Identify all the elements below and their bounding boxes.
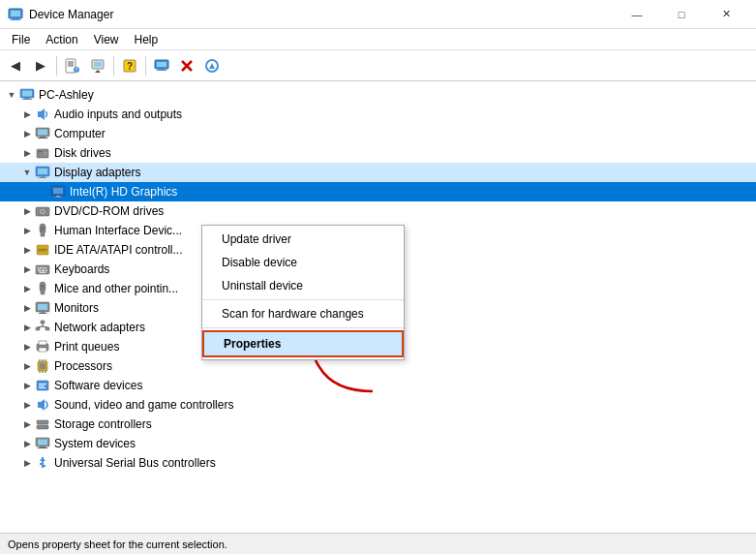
properties-toolbar-button[interactable]: ?	[61, 54, 84, 77]
tree-item-audio[interactable]: ▶ Audio inputs and outputs	[0, 105, 756, 124]
ctx-separator-1	[202, 299, 404, 300]
tree-item-system[interactable]: ▶ System devices	[0, 434, 756, 453]
menu-file[interactable]: File	[4, 31, 38, 48]
svg-rect-105	[43, 465, 45, 467]
minimize-button[interactable]: —	[615, 5, 659, 24]
usb-label: Universal Serial Bus controllers	[54, 456, 216, 470]
tree-item-usb[interactable]: ▶ Universal Serial Bus controllers	[0, 453, 756, 473]
computer-icon	[19, 87, 35, 103]
scan-toolbar-button[interactable]	[200, 54, 224, 77]
svg-rect-1	[11, 11, 20, 16]
mice-icon	[35, 281, 50, 296]
status-bar: Opens property sheet for the current sel…	[0, 533, 756, 554]
tree-panel[interactable]: ▼ PC-Ashley ▶ Audio inputs an	[0, 81, 756, 533]
window-controls: — □ ✕	[615, 5, 748, 24]
title-bar: Device Manager — □ ✕	[0, 0, 756, 29]
print-icon	[35, 339, 50, 354]
software-icon	[35, 378, 50, 393]
menu-help[interactable]: Help	[127, 31, 166, 48]
svg-rect-3	[11, 19, 20, 20]
close-button[interactable]: ✕	[704, 5, 748, 24]
svg-rect-26	[22, 99, 32, 100]
svg-marker-22	[209, 63, 215, 69]
monitors-expand-icon: ▶	[19, 300, 35, 316]
network-icon	[35, 320, 50, 335]
audio-expand-icon: ▶	[19, 107, 35, 122]
software-expand-icon: ▶	[19, 378, 35, 393]
svg-rect-100	[40, 446, 45, 447]
monitors-label: Monitors	[54, 301, 99, 315]
hid-icon	[35, 223, 50, 238]
svg-rect-63	[40, 272, 46, 274]
svg-rect-80	[39, 348, 46, 352]
sound-video-icon	[35, 397, 50, 413]
tree-item-computer[interactable]: ▶ Computer	[0, 124, 756, 143]
menu-action[interactable]: Action	[38, 31, 85, 48]
print-expand-icon: ▶	[19, 339, 35, 354]
devmgmt-toolbar-button[interactable]	[150, 54, 173, 77]
svg-rect-35	[38, 151, 43, 152]
tree-item-storage[interactable]: ▶ Storage controllers	[0, 415, 756, 434]
svg-rect-17	[159, 69, 165, 70]
svg-rect-73	[36, 327, 40, 330]
ide-expand-icon: ▶	[19, 242, 35, 258]
svg-rect-67	[41, 289, 45, 294]
disk-icon	[35, 145, 50, 161]
status-text: Opens property sheet for the current sel…	[8, 539, 227, 550]
maximize-button[interactable]: □	[659, 5, 704, 24]
svg-rect-38	[41, 176, 45, 177]
svg-rect-57	[40, 267, 42, 269]
forward-button[interactable]: ▶	[29, 54, 52, 77]
uninstall-toolbar-button[interactable]	[175, 54, 198, 77]
tree-item-disk[interactable]: ▶ Disk drives	[0, 143, 756, 163]
svg-rect-71	[39, 313, 46, 314]
svg-rect-99	[38, 440, 47, 446]
tree-item-sound[interactable]: ▶ Sound, video and game controllers	[0, 395, 756, 415]
svg-rect-59	[45, 267, 46, 269]
update-driver-toolbar-button[interactable]	[86, 54, 109, 77]
ctx-scan-hardware[interactable]: Scan for hardware changes	[202, 302, 404, 325]
context-menu: Update driver Disable device Uninstall d…	[201, 225, 405, 360]
tree-root[interactable]: ▼ PC-Ashley	[0, 85, 756, 105]
tree-item-dvd[interactable]: ▶ DVD/CD-ROM drives	[0, 201, 756, 221]
ctx-update-driver[interactable]: Update driver	[202, 228, 404, 251]
back-button[interactable]: ◀	[4, 54, 27, 77]
dvd-icon	[35, 203, 50, 219]
print-label: Print queues	[54, 340, 119, 354]
storage-label: Storage controllers	[54, 417, 152, 431]
toolbar-separator-1	[56, 56, 57, 76]
svg-rect-82	[40, 363, 45, 369]
svg-rect-25	[24, 98, 30, 99]
tree-item-display[interactable]: ▼ Display adapters	[0, 163, 756, 182]
svg-point-53	[42, 249, 45, 252]
svg-point-52	[39, 249, 42, 252]
svg-rect-101	[38, 447, 47, 448]
menu-view[interactable]: View	[86, 31, 127, 48]
toolbar: ◀ ▶ ? ?	[0, 50, 756, 81]
system-icon	[35, 436, 50, 451]
computer-node-icon	[35, 126, 50, 141]
root-label: PC-Ashley	[39, 88, 94, 102]
ctx-uninstall-device[interactable]: Uninstall device	[202, 274, 404, 297]
svg-rect-30	[40, 137, 45, 138]
ctx-disable-device[interactable]: Disable device	[202, 251, 404, 274]
svg-point-96	[46, 421, 48, 423]
svg-rect-58	[43, 267, 45, 269]
svg-rect-56	[38, 267, 40, 269]
svg-rect-104	[40, 463, 43, 465]
tree-item-intel[interactable]: Intel(R) HD Graphics	[0, 182, 756, 201]
svg-marker-103	[40, 457, 45, 461]
intel-icon	[50, 184, 66, 200]
help-toolbar-button[interactable]: ?	[118, 54, 141, 77]
computer-expand-icon: ▶	[19, 126, 35, 141]
processors-expand-icon: ▶	[19, 358, 35, 374]
svg-rect-91	[39, 385, 45, 386]
tree-item-software[interactable]: ▶ Software devices	[0, 376, 756, 395]
keyboards-icon	[35, 262, 50, 277]
display-label: Display adapters	[54, 166, 140, 179]
network-label: Network adapters	[54, 321, 145, 334]
svg-rect-79	[39, 341, 46, 345]
ctx-properties[interactable]: Properties	[202, 330, 404, 357]
window-title: Device Manager	[29, 8, 615, 21]
svg-rect-48	[41, 231, 45, 236]
